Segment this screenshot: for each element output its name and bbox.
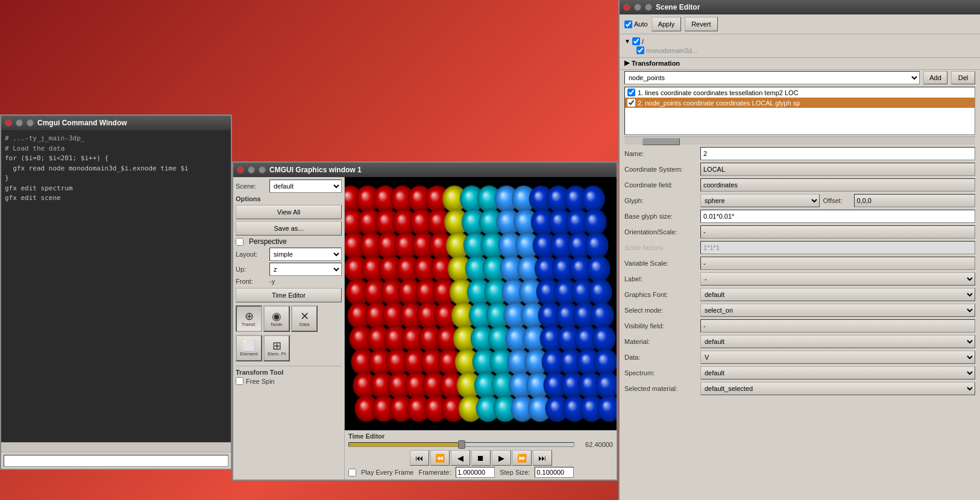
spectrum-select[interactable]: default [700,366,975,380]
glyph-select[interactable]: sphere [700,194,820,207]
coord-system-label: Coordinate System: [624,166,697,173]
transport-play-btn[interactable]: ▶ [492,450,511,466]
layout-label: Layout: [236,251,266,258]
selected-material-select[interactable]: default_selected [700,382,975,395]
free-spin-checkbox[interactable] [236,377,243,385]
transform-tool-btn[interactable]: ⊕ Transf. [236,305,262,332]
se-list-item-2[interactable]: 2. node_points coordinate coordinates LO… [625,98,975,108]
element-label: Element [240,351,257,357]
del-button[interactable]: Del [951,71,975,84]
transform-tool-label: Transform Tool [236,369,342,376]
node-tool-btn[interactable]: ◉ Node [263,305,290,332]
graphics-font-select[interactable]: default [700,288,975,301]
se-hscrollbar[interactable] [624,136,975,145]
gfx-maximize-icon[interactable] [259,166,266,173]
perspective-checkbox[interactable] [236,238,243,246]
data-row: Data: V [624,351,975,364]
transport-stop-btn[interactable]: ⏹ [471,450,491,466]
name-input[interactable] [700,147,975,160]
se-properties: Name: Coordinate System: LOCAL Coordinat… [620,145,980,500]
up-select[interactable]: z [269,263,342,276]
cmd-input[interactable] [4,455,228,467]
transform-tool-section: Transform Tool Free Spin [236,366,342,385]
label-select[interactable]: - [700,272,975,286]
glyph-row: Glyph: sphere Offset: 0,0,0 [624,194,975,207]
free-spin-label: Free Spin [246,378,275,385]
se-tree-expand-icon[interactable]: ▼ [624,38,630,45]
time-slider[interactable] [348,442,574,447]
cmd-line: gfx edit scene [5,193,227,204]
cmd-line: # ...-ty_j_main-3dp_ [5,134,227,144]
se-maximize-icon[interactable] [645,4,652,11]
se-tree-root-checkbox[interactable] [632,37,640,45]
graphics-font-row: Graphics Font: default [624,288,975,301]
perspective-row: Perspective [236,237,342,246]
time-editor-button[interactable]: Time Editor [236,288,342,302]
minimize-icon[interactable] [16,119,23,127]
data-tool-btn[interactable]: ✕ Data [291,305,318,332]
orientation-scale-row: Orientation/Scale: - [624,225,975,239]
list-item-1-checkbox[interactable] [627,89,635,96]
maximize-icon[interactable] [27,119,34,127]
front-row: Front: -y [236,278,342,285]
scene-select[interactable]: default [269,180,342,193]
layout-select[interactable]: simple [269,248,342,261]
se-minimize-icon[interactable] [634,4,641,11]
se-graphics-list[interactable]: 1. lines coordinate coordinates tessella… [624,87,975,135]
time-slider-thumb[interactable] [458,440,465,449]
base-glyph-size-input[interactable] [700,210,975,223]
offset-label: Offset: [823,197,850,204]
material-select[interactable]: default [700,335,975,348]
elem-pt-tool-btn[interactable]: ⊞ Elem. Pt [263,335,290,361]
play-options-row: Play Every Frame Framerate: Step Size: [348,467,613,478]
framerate-input[interactable] [456,467,495,478]
data-select[interactable]: V [700,351,975,364]
spectrum-row: Spectrum: default [624,366,975,380]
transport-end-btn[interactable]: ⏭ [533,450,552,466]
apply-button[interactable]: Apply [652,17,682,31]
se-close-icon[interactable] [623,4,630,11]
coord-field-label: Coordinate field: [624,181,697,189]
play-every-frame-checkbox[interactable] [348,469,356,477]
close-icon[interactable] [5,119,12,127]
list-item-2-text: 2. node_points coordinate coordinates LO… [638,99,800,107]
add-button[interactable]: Add [923,71,947,84]
variable-scale-value: - [700,257,975,270]
select-mode-select[interactable]: select_on [700,304,975,317]
gfx-left-controls: Scene: default Options View All Save as.… [233,177,345,480]
scene-row: Scene: default [236,180,342,193]
time-editor-bar: Time Editor 62.40000 ⏮ ⏪ ◀ ⏹ ▶ ⏩ ⏭ [345,430,617,480]
se-transform-header[interactable]: ▶ Transformation [624,59,975,67]
se-tree-child-checkbox[interactable] [636,46,644,54]
auto-label: Auto [634,20,648,28]
list-item-2-checkbox[interactable] [627,99,635,107]
save-as-button[interactable]: Save as... [236,221,342,236]
revert-button[interactable]: Revert [685,17,717,31]
gfx-close-icon[interactable] [237,166,244,173]
transport-start-btn[interactable]: ⏮ [410,450,429,466]
graphics-type-select[interactable]: node_points [624,71,920,84]
step-size-input[interactable] [535,467,574,478]
gfx-minimize-icon[interactable] [248,166,255,173]
cmd-output: # ...-ty_j_main-3dp_ # Load the data for… [1,130,231,442]
cmd-line: gfx read node monodomain3d_$i.exnode tim… [5,164,227,174]
play-every-frame-label: Play Every Frame [361,469,413,476]
coord-system-row: Coordinate System: LOCAL [624,163,975,176]
perspective-label: Perspective [249,237,287,246]
elem-pt-icon: ⊞ [272,340,281,351]
transport-prev-fast-btn[interactable]: ⏪ [430,450,450,466]
transport-prev-btn[interactable]: ◀ [451,450,470,466]
offset-value: 0,0,0 [854,194,976,207]
se-toolbar: Auto Apply Revert [620,14,980,34]
se-list-item-1[interactable]: 1. lines coordinate coordinates tessella… [625,87,975,98]
se-expand-icon: ▶ [624,59,629,67]
tool-icons-row2: ⬜ Element ⊞ Elem. Pt [236,335,342,361]
transport-next-fast-btn[interactable]: ⏩ [512,450,532,466]
cmd-hscrollbar[interactable] [1,442,231,452]
element-tool-btn[interactable]: ⬜ Element [236,335,262,361]
view-all-button[interactable]: View All [236,205,342,219]
auto-checkbox[interactable] [624,20,632,28]
front-value: -y [269,278,275,285]
viewport[interactable] [345,177,617,430]
scale-factors-input[interactable] [700,241,975,254]
